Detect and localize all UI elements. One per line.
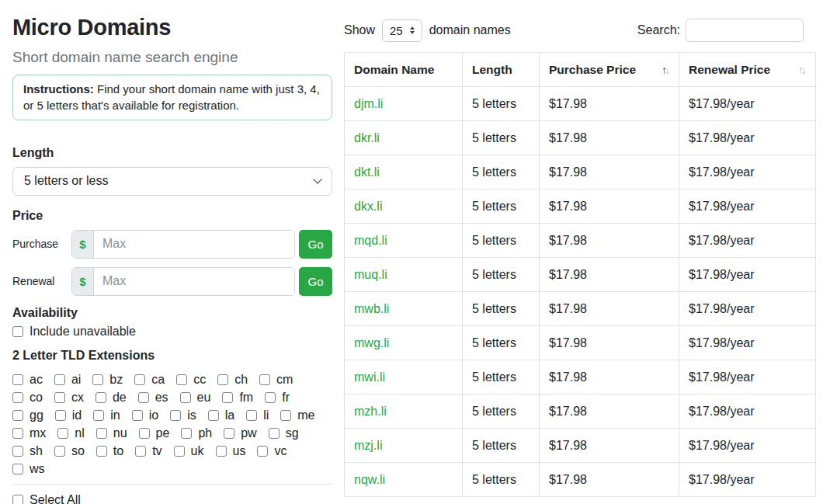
domain-link[interactable]: muq.li (354, 268, 387, 281)
checkbox[interactable] (224, 428, 234, 439)
checkbox[interactable] (139, 428, 150, 439)
tld-checkbox-ph[interactable]: ph (181, 426, 212, 440)
renewal-go-button[interactable]: Go (299, 267, 332, 296)
domain-link[interactable]: dkt.li (354, 165, 380, 179)
checkbox[interactable] (259, 374, 270, 385)
checkbox[interactable] (132, 410, 143, 421)
checkbox[interactable] (54, 446, 65, 457)
tld-checkbox-uk[interactable]: uk (174, 444, 204, 458)
tld-checkbox-cm[interactable]: cm (259, 373, 293, 387)
checkbox[interactable] (54, 374, 65, 385)
checkbox[interactable] (92, 374, 103, 385)
checkbox[interactable] (170, 410, 181, 421)
tld-checkbox-fm[interactable]: fm (222, 391, 253, 405)
length-select[interactable]: 5 letters or less (12, 167, 332, 196)
domain-link[interactable]: nqw.li (354, 473, 385, 486)
tld-checkbox-ch[interactable]: ch (217, 373, 248, 387)
tld-checkbox-cc[interactable]: cc (176, 373, 206, 387)
checkbox[interactable] (208, 410, 219, 421)
checkbox[interactable] (12, 326, 23, 337)
checkbox[interactable] (222, 392, 233, 403)
tld-checkbox-ws[interactable]: ws (12, 462, 45, 476)
tld-checkbox-in[interactable]: in (93, 408, 120, 422)
checkbox[interactable] (257, 446, 268, 457)
tld-checkbox-ai[interactable]: ai (54, 373, 81, 387)
domain-link[interactable]: dkr.li (354, 131, 380, 144)
tld-checkbox-so[interactable]: so (54, 444, 85, 458)
tld-checkbox-nu[interactable]: nu (96, 426, 127, 440)
column-header-domain-name[interactable]: Domain Name (345, 53, 463, 87)
tld-checkbox-eu[interactable]: eu (180, 391, 211, 405)
tld-checkbox-de[interactable]: de (96, 391, 127, 405)
checkbox[interactable] (12, 446, 23, 457)
tld-checkbox-tv[interactable]: tv (135, 444, 161, 458)
domain-link[interactable]: mzh.li (354, 405, 387, 418)
checkbox[interactable] (96, 446, 107, 457)
checkbox[interactable] (12, 410, 23, 421)
checkbox[interactable] (174, 446, 185, 457)
purchase-max-input[interactable] (94, 231, 294, 258)
search-input[interactable] (686, 19, 804, 42)
tld-checkbox-fr[interactable]: fr (265, 391, 290, 405)
checkbox[interactable] (93, 410, 104, 421)
checkbox[interactable] (180, 392, 191, 403)
domain-link[interactable]: dkx.li (354, 200, 382, 213)
tld-checkbox-us[interactable]: us (216, 444, 246, 458)
tld-checkbox-sg[interactable]: sg (269, 426, 299, 440)
tld-checkbox-co[interactable]: co (12, 391, 43, 405)
domain-link[interactable]: mqd.li (354, 234, 387, 247)
tld-checkbox-mx[interactable]: mx (12, 426, 46, 440)
checkbox[interactable] (12, 464, 23, 474)
tld-checkbox-cx[interactable]: cx (54, 391, 84, 405)
tld-checkbox-io[interactable]: io (132, 408, 158, 422)
checkbox[interactable] (57, 428, 68, 439)
domain-link[interactable]: mwi.li (354, 370, 385, 384)
column-header-purchase-price[interactable]: Purchase Price↑↓ (540, 53, 679, 87)
tld-checkbox-pw[interactable]: pw (224, 426, 256, 440)
checkbox[interactable] (216, 446, 227, 457)
tld-checkbox-bz[interactable]: bz (92, 373, 123, 387)
domain-link[interactable]: mwb.li (354, 302, 389, 315)
tld-checkbox-id[interactable]: id (55, 408, 82, 422)
checkbox[interactable] (269, 428, 280, 439)
checkbox[interactable] (176, 374, 187, 385)
checkbox[interactable] (55, 410, 66, 421)
tld-checkbox-ac[interactable]: ac (12, 373, 43, 387)
checkbox[interactable] (96, 392, 106, 403)
page-size-select[interactable]: 25 (382, 19, 422, 42)
include-unavailable-checkbox[interactable]: Include unavailable (12, 325, 332, 339)
checkbox[interactable] (246, 410, 257, 421)
checkbox[interactable] (12, 374, 23, 385)
domain-link[interactable]: mwg.li (354, 336, 389, 349)
domain-link[interactable]: djm.li (354, 97, 383, 110)
tld-checkbox-is[interactable]: is (170, 408, 196, 422)
tld-checkbox-ca[interactable]: ca (134, 373, 165, 387)
checkbox[interactable] (138, 392, 149, 403)
select-all-checkbox[interactable]: Select All (12, 493, 332, 504)
column-header-length[interactable]: Length (463, 53, 540, 87)
domain-link[interactable]: mzj.li (354, 439, 382, 452)
checkbox[interactable] (54, 392, 65, 403)
tld-checkbox-li[interactable]: li (246, 408, 269, 422)
checkbox[interactable] (265, 392, 276, 403)
tld-checkbox-nl[interactable]: nl (57, 426, 84, 440)
tld-checkbox-me[interactable]: me (280, 408, 314, 422)
tld-checkbox-pe[interactable]: pe (139, 426, 170, 440)
checkbox[interactable] (134, 374, 145, 385)
checkbox[interactable] (217, 374, 228, 385)
tld-checkbox-es[interactable]: es (138, 391, 168, 405)
checkbox[interactable] (12, 495, 23, 504)
tld-checkbox-sh[interactable]: sh (12, 444, 43, 458)
purchase-go-button[interactable]: Go (299, 230, 332, 259)
tld-checkbox-gg[interactable]: gg (12, 408, 43, 422)
tld-checkbox-vc[interactable]: vc (257, 444, 287, 458)
checkbox[interactable] (12, 392, 23, 403)
column-header-renewal-price[interactable]: Renewal Price↑↓ (679, 53, 816, 87)
checkbox[interactable] (96, 428, 107, 439)
checkbox[interactable] (135, 446, 146, 457)
renewal-max-input[interactable] (94, 268, 294, 295)
checkbox[interactable] (12, 428, 23, 439)
tld-checkbox-la[interactable]: la (208, 408, 234, 422)
checkbox[interactable] (280, 410, 291, 421)
checkbox[interactable] (181, 428, 192, 439)
